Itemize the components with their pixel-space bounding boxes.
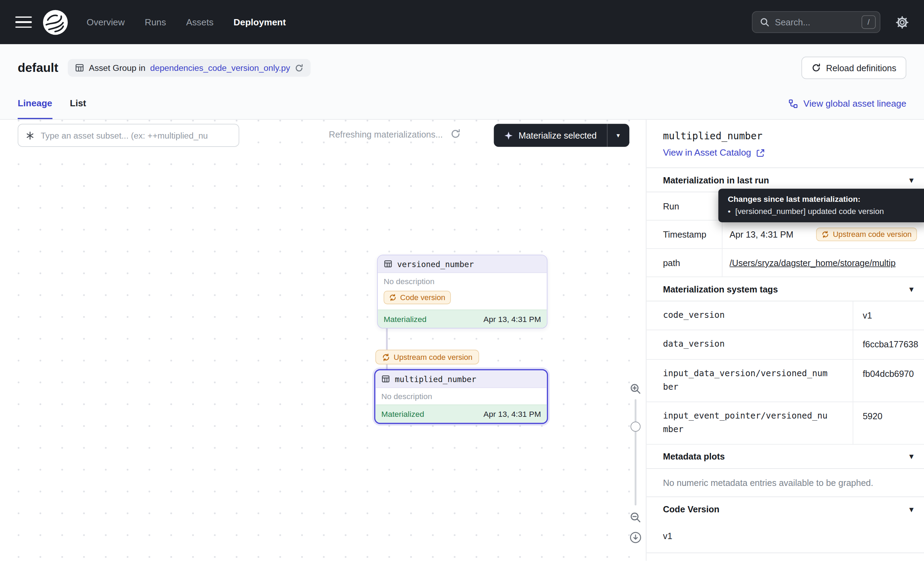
- tooltip-title: Changes since last materialization:: [728, 194, 919, 203]
- zoom-controls: [628, 383, 642, 544]
- system-tag-row: data_version f6ccba177638: [646, 330, 924, 359]
- section-code-version[interactable]: Code Version ▾: [646, 497, 924, 521]
- asset-description: No description: [378, 273, 547, 290]
- lineage-graph-icon: [789, 99, 798, 108]
- materialized-status: Materialized: [381, 410, 424, 418]
- asset-node-versioned-number[interactable]: versioned_number No description Code ver…: [377, 255, 548, 328]
- settings-gear-icon[interactable]: [896, 16, 909, 29]
- tag-key: code_version: [646, 302, 853, 330]
- system-tag-row: input_event_pointer/versioned_number 592…: [646, 402, 924, 444]
- asset-subset-filter[interactable]: [18, 124, 239, 147]
- zoom-out-icon[interactable]: [629, 511, 641, 523]
- metadata-plots-empty-message: No numeric metadata entries available to…: [646, 469, 924, 497]
- timestamp-label: Timestamp: [646, 221, 722, 248]
- changes-since-materialization-tooltip: Changes since last materialization: • [v…: [718, 189, 924, 222]
- materialized-timestamp: Apr 13, 4:31 PM: [483, 410, 541, 418]
- chevron-down-icon: ▾: [909, 452, 913, 460]
- tooltip-item: • [versioned_number] updated code versio…: [728, 207, 919, 216]
- tab-lineage[interactable]: Lineage: [18, 88, 52, 119]
- asset-group-badge: Asset Group in dependencies_code_version…: [68, 59, 310, 77]
- asset-name: versioned_number: [397, 259, 474, 269]
- main-content: Refreshing materializations... Materiali…: [0, 120, 924, 561]
- zoom-slider[interactable]: [628, 399, 642, 505]
- view-in-asset-catalog-link[interactable]: View in Asset Catalog: [663, 147, 765, 158]
- table-icon: [384, 260, 392, 268]
- section-config[interactable]: Config ▾: [646, 553, 924, 561]
- search-shortcut-hint: /: [861, 15, 876, 29]
- table-icon: [381, 374, 390, 383]
- system-tag-row: input_data_version/versioned_number fb04…: [646, 359, 924, 402]
- code-version-sync-icon: [389, 293, 396, 301]
- nav-assets[interactable]: Assets: [186, 17, 213, 27]
- code-version-tag: Code version: [384, 291, 450, 304]
- refresh-materializations-icon[interactable]: [450, 129, 461, 139]
- materialized-timestamp: Apr 13, 4:31 PM: [483, 315, 541, 323]
- asset-graph-canvas[interactable]: Refreshing materializations... Materiali…: [0, 120, 646, 561]
- refresh-group-icon[interactable]: [295, 63, 303, 72]
- nav-right: /: [752, 11, 909, 33]
- asset-node-multiplied-number[interactable]: multiplied_number No description Materia…: [374, 369, 548, 424]
- hamburger-menu-icon[interactable]: [15, 17, 32, 28]
- nav-overview[interactable]: Overview: [87, 17, 125, 27]
- path-label: path: [646, 249, 722, 276]
- section-metadata-plots[interactable]: Metadata plots ▾: [646, 444, 924, 469]
- section-materialization-system-tags[interactable]: Materialization system tags ▾: [646, 277, 924, 302]
- tag-key: input_data_version/versioned_number: [646, 359, 853, 401]
- search-box[interactable]: /: [752, 11, 880, 33]
- asset-description: No description: [375, 388, 547, 405]
- external-link-icon: [756, 148, 765, 157]
- search-input[interactable]: [775, 17, 856, 27]
- asset-name: multiplied_number: [394, 374, 476, 383]
- chevron-down-icon: ▾: [909, 504, 913, 513]
- app: Overview Runs Assets Deployment / defaul…: [0, 0, 924, 562]
- zoom-in-icon[interactable]: [629, 383, 641, 395]
- nav-runs[interactable]: Runs: [145, 17, 166, 27]
- chevron-down-icon: ▾: [909, 284, 913, 293]
- upstream-code-version-tag: Upstream code version: [816, 227, 917, 241]
- tab-list[interactable]: List: [70, 88, 86, 119]
- system-tag-row: code_version v1: [646, 302, 924, 331]
- path-link[interactable]: /Users/sryza/dagster_home/storage/multip: [730, 258, 896, 268]
- chevron-down-icon: ▾: [909, 560, 913, 561]
- tag-value: f6ccba177638: [853, 330, 924, 359]
- chevron-down-icon: ▾: [909, 176, 913, 184]
- tag-key: input_event_pointer/versioned_number: [646, 402, 853, 443]
- materialize-dropdown-caret[interactable]: ▾: [607, 124, 629, 147]
- tag-value: v1: [853, 302, 924, 330]
- materialize-selected-button[interactable]: Materialize selected ▾: [494, 124, 629, 147]
- search-icon: [759, 17, 770, 27]
- reload-definitions-button[interactable]: Reload definitions: [801, 57, 906, 79]
- tag-value: 5920: [853, 402, 924, 443]
- dagster-logo[interactable]: [42, 9, 69, 36]
- timestamp-value: Apr 13, 4:31 PM: [730, 229, 794, 239]
- asset-group-file-link[interactable]: dependencies_code_version_only.py: [150, 63, 290, 72]
- bullet: •: [728, 207, 730, 216]
- timestamp-row: Timestamp Apr 13, 4:31 PM Upstream code …: [646, 221, 924, 249]
- code-version-value: v1: [646, 521, 924, 553]
- path-row: path /Users/sryza/dagster_home/storage/m…: [646, 249, 924, 277]
- tag-value: fb04dcb6970: [853, 359, 924, 401]
- materialized-status: Materialized: [384, 315, 427, 323]
- main-nav: Overview Runs Assets Deployment: [87, 17, 286, 27]
- sparkle-icon: [504, 131, 513, 140]
- code-version-sync-icon: [382, 353, 390, 361]
- nav-deployment[interactable]: Deployment: [234, 17, 286, 27]
- arrow-down-circle-icon[interactable]: [629, 532, 642, 544]
- page-title: default: [18, 61, 58, 75]
- selected-asset-name: multiplied_number: [663, 130, 908, 141]
- top-nav: Overview Runs Assets Deployment /: [0, 0, 924, 44]
- asset-details-panel: multiplied_number View in Asset Catalog …: [646, 120, 924, 561]
- view-global-asset-lineage-link[interactable]: View global asset lineage: [789, 98, 906, 109]
- op-selector-icon: [26, 131, 35, 140]
- asset-group-prefix: Asset Group in: [89, 63, 146, 72]
- tag-key: data_version: [646, 330, 853, 359]
- run-label: Run: [646, 192, 722, 220]
- asset-subset-input[interactable]: [40, 131, 231, 140]
- page-header: default Asset Group in dependencies_code…: [0, 44, 924, 119]
- code-version-sync-icon: [822, 231, 829, 238]
- upstream-code-version-edge-badge: Upstream code version: [375, 350, 478, 364]
- zoom-slider-handle[interactable]: [630, 422, 640, 432]
- refreshing-status: Refreshing materializations...: [329, 129, 461, 139]
- asset-group-grid-icon: [75, 63, 84, 72]
- reload-icon: [811, 63, 820, 72]
